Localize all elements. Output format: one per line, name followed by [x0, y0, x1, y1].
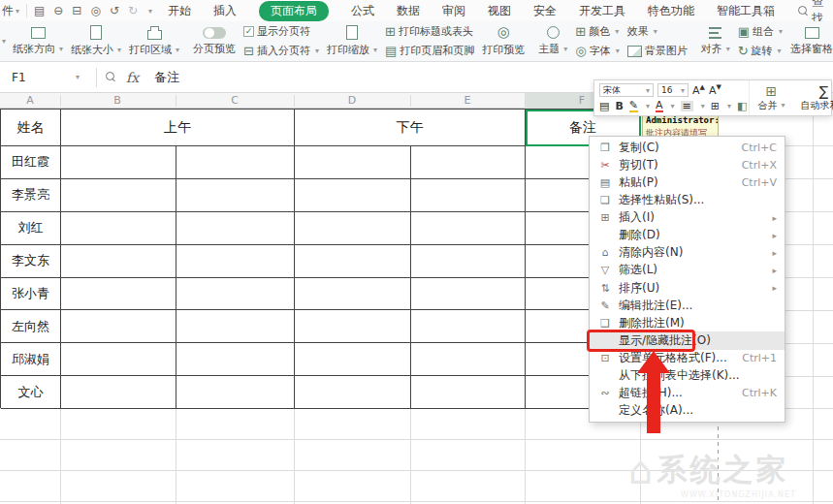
- font-size-select[interactable]: 16▾: [657, 83, 689, 97]
- tab-review[interactable]: 审阅: [442, 3, 465, 19]
- print-preview-button[interactable]: ◎ 打印预览: [482, 25, 525, 57]
- theme-fonts-button[interactable]: ◎ 字体▾: [575, 44, 619, 58]
- cell-morning-header[interactable]: 上午: [61, 110, 295, 146]
- cell[interactable]: [295, 212, 411, 245]
- formula-value[interactable]: 备注: [154, 69, 179, 86]
- cell[interactable]: [295, 376, 411, 409]
- menu-item-define-name[interactable]: 定义名称(A)...: [590, 402, 785, 420]
- cell-name[interactable]: 左向然: [1, 310, 61, 343]
- file-menu[interactable]: 件: [2, 3, 14, 19]
- column-header-f[interactable]: F: [579, 93, 585, 109]
- tab-home[interactable]: 开始: [168, 3, 191, 19]
- cell[interactable]: [176, 146, 295, 179]
- merge-cells-button[interactable]: ⊞ 合并▾: [750, 80, 792, 115]
- cell[interactable]: [176, 179, 295, 212]
- theme-button[interactable]: 主题▾: [538, 26, 567, 56]
- selection-pane-button[interactable]: 选择窗格: [790, 27, 833, 56]
- cell[interactable]: [295, 245, 411, 278]
- tab-developer[interactable]: 开发工具: [579, 3, 625, 19]
- more-icon[interactable]: ▾: [148, 7, 152, 16]
- column-header-b[interactable]: B: [113, 93, 121, 109]
- cell[interactable]: [295, 278, 411, 311]
- cell-name[interactable]: 文心: [1, 376, 61, 409]
- cell[interactable]: [61, 278, 176, 311]
- paper-orientation-button[interactable]: 纸张方向▾: [13, 27, 63, 56]
- print-preview-icon[interactable]: ◎: [90, 4, 100, 17]
- cell[interactable]: [411, 146, 526, 179]
- print-header-footer-button[interactable]: ▤ 打印页眉和页脚: [385, 44, 474, 58]
- cell[interactable]: [176, 376, 295, 409]
- menu-item-format-cells[interactable]: ⊡ 设置单元格格式(F)... Ctrl+1: [590, 350, 785, 367]
- menu-item-copy[interactable]: ❐ 复制(C) Ctrl+C: [590, 139, 785, 156]
- cell[interactable]: [176, 212, 295, 245]
- menu-item-delete[interactable]: 删除(D) ▸: [590, 227, 785, 244]
- theme-effects-button[interactable]: 效果▾: [627, 24, 688, 39]
- print-area-button[interactable]: 打印区域▾: [129, 25, 179, 57]
- menu-item-clear-contents[interactable]: ⌂ 清除内容(N) ▸: [590, 244, 785, 262]
- font-color-icon[interactable]: A: [656, 100, 663, 112]
- cell[interactable]: [176, 278, 295, 311]
- menu-item-filter[interactable]: ▽ 筛选(L) ▸: [590, 262, 785, 279]
- tab-formulas[interactable]: 公式: [351, 3, 374, 19]
- tab-data[interactable]: 数据: [397, 3, 420, 19]
- cell[interactable]: [176, 310, 295, 343]
- group-button[interactable]: ▣ 组合▾: [738, 24, 783, 39]
- cell[interactable]: [61, 310, 176, 343]
- cell[interactable]: [61, 212, 176, 245]
- cell[interactable]: [411, 376, 526, 409]
- autosum-button[interactable]: ∑ 自动求和▾: [792, 80, 833, 115]
- cell-name[interactable]: 刘红: [1, 212, 61, 245]
- print-titles-button[interactable]: ⊞ 打印标题或表头: [385, 24, 474, 39]
- align-center-icon[interactable]: ≡: [681, 101, 693, 111]
- page-preview-toggle[interactable]: 分页预览: [193, 27, 236, 56]
- column-header-c[interactable]: C: [231, 93, 239, 109]
- cell[interactable]: [61, 146, 176, 179]
- cell[interactable]: [411, 310, 526, 343]
- cell-name-header[interactable]: 姓名: [1, 110, 61, 146]
- borders-icon[interactable]: ⊞: [711, 101, 720, 111]
- cell[interactable]: [411, 245, 526, 278]
- cell-name[interactable]: 张小青: [1, 278, 61, 311]
- fx-icon[interactable]: fx: [126, 70, 139, 85]
- print-icon[interactable]: ⊟: [72, 4, 81, 17]
- menu-item-hyperlink[interactable]: ∾ 超链接(H)... Ctrl+K: [590, 385, 785, 402]
- cell[interactable]: [411, 179, 526, 212]
- menu-item-cut[interactable]: ✂ 剪切(T) Ctrl+X: [590, 156, 785, 173]
- cell[interactable]: [176, 245, 295, 278]
- theme-colors-button[interactable]: ⊞ 颜色▾: [575, 24, 619, 39]
- menu-item-paste-special[interactable]: ❏ 选择性粘贴(S)...: [590, 191, 785, 208]
- fill-color-icon[interactable]: ✎: [629, 100, 638, 112]
- cell-style-icon[interactable]: ◧: [737, 101, 747, 111]
- cell[interactable]: [411, 278, 526, 311]
- cell[interactable]: [61, 376, 176, 409]
- increase-font-button[interactable]: A▲: [692, 83, 705, 97]
- insert-page-break-button[interactable]: ⊟ 插入分页符▾: [243, 44, 319, 58]
- cell[interactable]: [295, 179, 411, 212]
- align-button[interactable]: 对齐▾: [701, 27, 730, 56]
- tab-special-features[interactable]: 特色功能: [648, 3, 694, 19]
- column-header-d[interactable]: D: [348, 93, 356, 109]
- tab-insert[interactable]: 插入: [213, 3, 237, 19]
- rotate-button[interactable]: ↻ 旋转▾: [738, 44, 783, 58]
- cell[interactable]: [295, 310, 411, 343]
- cell[interactable]: [61, 343, 176, 376]
- paper-size-button[interactable]: 纸张大小▾: [71, 25, 121, 57]
- cell-name[interactable]: 李景亮: [1, 179, 61, 212]
- column-header-a[interactable]: A: [26, 93, 34, 109]
- save-icon[interactable]: ▤: [34, 4, 45, 17]
- cell[interactable]: [411, 212, 526, 245]
- background-image-button[interactable]: 背景图片: [627, 44, 688, 58]
- menu-item-paste[interactable]: ▤ 粘贴(P) Ctrl+V: [590, 173, 785, 191]
- undo-icon[interactable]: ↺: [110, 4, 119, 17]
- cell[interactable]: [411, 343, 526, 376]
- tab-smart-toolbox[interactable]: 智能工具箱: [717, 3, 775, 19]
- tab-view[interactable]: 视图: [488, 3, 511, 19]
- cell[interactable]: [295, 343, 411, 376]
- cell[interactable]: [61, 245, 176, 278]
- magnifier-icon[interactable]: [106, 72, 116, 82]
- tab-security[interactable]: 安全: [533, 3, 557, 19]
- menu-item-edit-comment[interactable]: ✎ 编辑批注(E)...: [590, 297, 785, 314]
- redo-icon[interactable]: ↻: [128, 4, 138, 17]
- bold-button[interactable]: B: [615, 101, 623, 111]
- font-name-select[interactable]: 宋体▾: [599, 83, 654, 97]
